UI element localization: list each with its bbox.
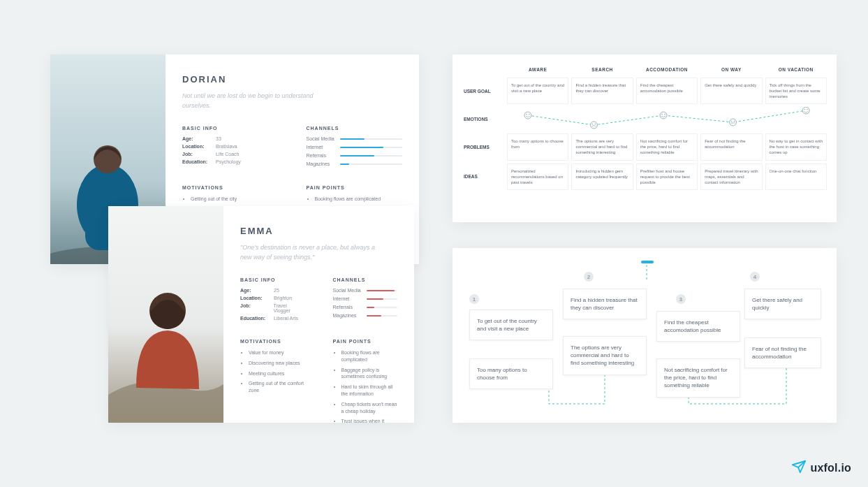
section-heading: CHANNELS (307, 126, 403, 131)
svg-point-16 (662, 114, 663, 115)
journey-cell: Tick off things from the bucket list and… (765, 78, 827, 104)
flow-chip-icon (641, 261, 654, 263)
list-item: Hard to skim through all the information (341, 384, 398, 398)
journey-cell: Too many options to choose from (507, 133, 568, 160)
section-heading: PAIN POINTS (333, 339, 398, 344)
journey-cell: Personalized recommendations based on pa… (507, 163, 568, 190)
user-flow: 1 2 3 4 To get out of the country and vi… (453, 248, 837, 423)
paper-plane-icon (791, 459, 807, 477)
list-item: Value for money (249, 349, 305, 356)
journey-cell: To get out of the country and visit a ne… (507, 78, 568, 104)
journey-cell: Get there safely and quickly (700, 78, 762, 104)
section-heading: PAIN POINTS (307, 185, 403, 190)
list-item: Trust issues when it comes to booking an… (341, 418, 398, 423)
journey-cell: Prefilter host and house request to prov… (636, 163, 698, 190)
persona-card-emma: EMMA "One's destination is never a place… (108, 206, 414, 423)
journey-cell: Find the cheapest accomodation possible (636, 78, 698, 104)
flow-card: Get there safely and quickly (744, 289, 821, 319)
journey-cell: Introducing a hidden gem category update… (571, 163, 633, 190)
step-badge: 1 (469, 294, 479, 304)
journey-cell: Not sacrificing comfort for the price, h… (636, 133, 698, 160)
journey-stage: AWARE (507, 64, 568, 75)
svg-point-20 (734, 121, 735, 122)
list-item: Discovering new places (249, 360, 305, 367)
svg-point-13 (529, 114, 529, 115)
persona-quote: "One's destination is never a place, but… (240, 243, 380, 262)
journey-stage: ON VACATION (765, 64, 827, 75)
channel-bar: Referrals (333, 305, 398, 310)
journey-cell: No way to get in contact with the host i… (765, 133, 827, 160)
step-badge: 3 (676, 294, 686, 304)
svg-point-12 (526, 114, 527, 115)
info-row: Job:Travel Vlogger (240, 303, 305, 313)
persona-name: DORIAN (182, 74, 402, 85)
list-item: Booking flows are complicated (341, 349, 398, 363)
section-heading: BASIC INFO (240, 277, 305, 282)
list-item: Booking flows are complicated (315, 196, 403, 203)
info-row: Age:33 (182, 136, 279, 141)
emotion-chart (507, 107, 827, 131)
journey-row-label: USER GOAL (462, 78, 504, 104)
flow-card: The options are very commercial and hard… (563, 336, 647, 375)
list-item: Meeting cultures (249, 370, 305, 377)
flow-card: Fear of not finding the accommodation (744, 337, 821, 368)
channel-bar: Social Media (333, 288, 398, 293)
persona-photo (108, 206, 223, 423)
journey-row-label: EMOTIONS (462, 107, 504, 131)
info-row: Education:Psychology (182, 159, 279, 164)
journey-cell: Fear of not finding the accommodation (700, 133, 762, 160)
channel-bar: Magazines (333, 313, 398, 318)
brand-logo: uxfol.io (791, 459, 851, 477)
svg-point-21 (804, 109, 805, 110)
svg-point-19 (731, 121, 732, 122)
journey-cell: One-on-one chat function (765, 163, 827, 190)
svg-point-17 (665, 114, 665, 115)
info-row: Location:Brighton (240, 296, 305, 300)
list-item: Getting out of the comfort zone (249, 380, 305, 394)
flow-card: To get out of the country and visit a ne… (469, 310, 553, 340)
journey-row-label: IDEAS (462, 163, 504, 190)
journey-cell: Prepared travel itinerary with maps, ess… (700, 163, 762, 190)
info-row: Job:Life Coach (182, 152, 279, 157)
channel-bar: Internet (307, 145, 403, 150)
info-row: Location:Bratislava (182, 144, 279, 149)
persona-quote: Not until we are lost do we begin to und… (182, 92, 322, 110)
section-heading: MOTIVATIONS (240, 339, 305, 344)
list-item: Cheap tickets won't mean a cheap holiday (341, 401, 398, 415)
info-row: Age:25 (240, 288, 305, 293)
info-row: Education:Liberal Arts (240, 316, 305, 321)
flow-card: Find a hidden treasure that they can dis… (563, 289, 647, 319)
svg-point-7 (524, 112, 531, 119)
step-badge: 2 (584, 272, 594, 282)
journey-cell: Find a hidden treasure that they can dis… (571, 78, 633, 104)
journey-cell: The options are very commercial and hard… (571, 133, 633, 160)
svg-point-15 (595, 124, 596, 124)
section-heading: CHANNELS (333, 277, 398, 282)
section-heading: MOTIVATIONS (182, 185, 279, 190)
brand-name: uxfol.io (811, 462, 851, 474)
flow-card: Not sacrificing comfort for the price, h… (656, 358, 740, 398)
svg-point-8 (590, 122, 597, 129)
section-heading: BASIC INFO (182, 126, 279, 131)
journey-stage: ON WAY (700, 64, 762, 75)
channel-bar: Referrals (307, 153, 403, 158)
svg-point-22 (807, 109, 808, 110)
step-badge: 4 (750, 272, 760, 282)
flow-card: Too many options to choose from (469, 358, 553, 389)
list-item: Getting out of the city (191, 196, 279, 203)
channel-bar: Social Media (307, 136, 403, 141)
persona-name: EMMA (240, 226, 397, 236)
journey-stage: SEARCH (571, 64, 633, 75)
channel-bar: Magazines (307, 161, 403, 166)
journey-row-label: PROBLEMS (462, 133, 504, 160)
channel-bar: Internet (333, 296, 398, 301)
flow-card: Find the cheapest accomodation possible (656, 311, 740, 342)
svg-point-11 (802, 107, 809, 114)
svg-point-10 (730, 119, 737, 126)
journey-map: AWARE SEARCH ACCOMODATION ON WAY ON VACA… (453, 54, 837, 222)
list-item: Baggage policy is sometimes confusing (341, 367, 398, 381)
svg-point-9 (660, 112, 667, 119)
journey-stage: ACCOMODATION (636, 64, 698, 75)
svg-point-14 (592, 124, 593, 124)
